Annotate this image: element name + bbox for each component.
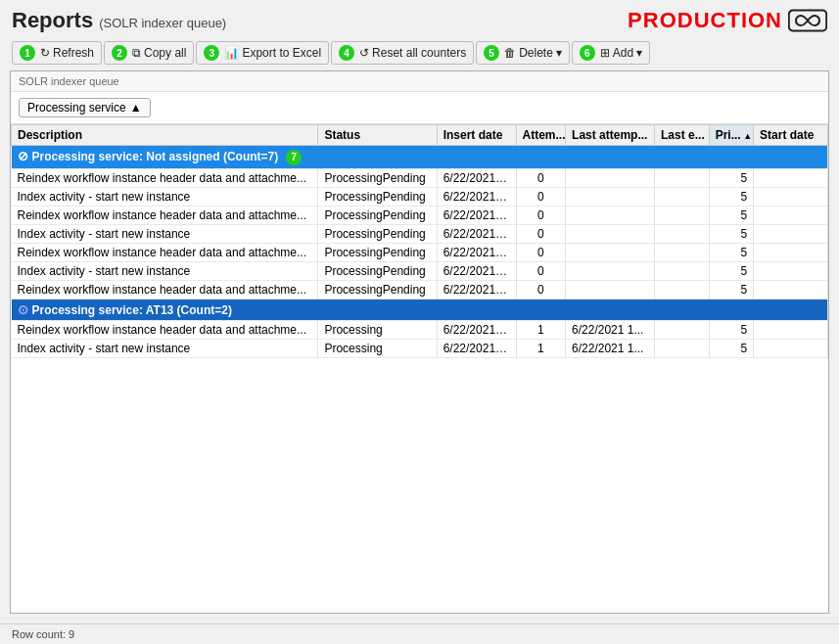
- table-row[interactable]: Reindex workflow instance header data an…: [12, 280, 828, 299]
- toolbar: 1 ↻ Refresh 2 ⧉ Copy all 3 📊 Export to E…: [0, 37, 839, 70]
- group-row[interactable]: ⊘Processing service: Not assigned (Count…: [12, 146, 828, 169]
- table-row[interactable]: Reindex workflow instance header data an…: [12, 168, 828, 187]
- col-header-attempts[interactable]: Attem...: [516, 125, 566, 146]
- cell-attempts: 1: [516, 320, 566, 339]
- main-content: SOLR indexer queue Processing service ▲ …: [10, 70, 829, 614]
- col-header-status[interactable]: Status: [318, 125, 437, 146]
- cell-attempts: 0: [516, 187, 566, 206]
- cell-start-date: [754, 320, 828, 339]
- group-badge: 7: [286, 150, 302, 165]
- cell-status: ProcessingPending: [318, 206, 437, 224]
- cell-last-e: [655, 280, 710, 299]
- cell-last-attempt: 6/22/2021 1...: [566, 339, 655, 357]
- group-label-text: Processing service: Not assigned (Count=…: [32, 150, 279, 163]
- cell-insert-date: 6/22/2021 1...: [437, 339, 516, 357]
- table-row[interactable]: Index activity - start new instance Proc…: [12, 339, 828, 357]
- copy-icon: ⧉: [132, 46, 141, 60]
- col-header-last-e[interactable]: Last e...: [655, 125, 710, 146]
- table-row[interactable]: Index activity - start new instance Proc…: [12, 187, 828, 206]
- cell-attempts: 0: [516, 261, 566, 280]
- cell-start-date: [754, 280, 828, 299]
- cell-status: ProcessingPending: [318, 224, 437, 243]
- reset-label: Reset all counters: [372, 46, 466, 60]
- cell-status: ProcessingPending: [318, 243, 437, 261]
- col-header-last-attempt[interactable]: Last attemp...: [566, 125, 655, 146]
- cell-insert-date: 6/22/2021 1...: [437, 261, 516, 280]
- cell-last-e: [655, 320, 710, 339]
- cell-description: Index activity - start new instance: [12, 261, 318, 280]
- table-header-row: Description Status Insert date Attem... …: [12, 125, 828, 146]
- cell-priority: 5: [709, 280, 753, 299]
- copy-all-button[interactable]: 2 ⧉ Copy all: [104, 41, 194, 65]
- cell-priority: 5: [709, 206, 753, 224]
- cell-attempts: 0: [516, 243, 566, 261]
- cell-insert-date: 6/22/2021 1...: [437, 187, 516, 206]
- group-expand-icon: ⊙: [18, 302, 28, 317]
- cell-attempts: 0: [516, 206, 566, 224]
- cell-status: ProcessingPending: [318, 261, 437, 280]
- export-badge: 3: [204, 45, 219, 61]
- filter-tag-label: Processing service: [27, 101, 126, 115]
- col-header-insert-date[interactable]: Insert date: [437, 125, 516, 146]
- col-header-priority[interactable]: Pri...: [709, 125, 753, 146]
- add-label: Add: [613, 46, 633, 60]
- cell-insert-date: 6/22/2021 1...: [437, 224, 516, 243]
- cell-insert-date: 6/22/2021 1...: [437, 243, 516, 261]
- cell-attempts: 1: [516, 339, 566, 357]
- reset-counters-button[interactable]: 4 ↺ Reset all counters: [331, 41, 474, 65]
- add-dropdown-icon: ▾: [636, 46, 642, 60]
- refresh-button[interactable]: 1 ↻ Refresh: [12, 41, 102, 65]
- header-right: PRODUCTION: [628, 8, 827, 33]
- cell-last-attempt: [566, 261, 655, 280]
- delete-badge: 5: [484, 45, 499, 61]
- cell-priority: 5: [709, 320, 753, 339]
- delete-button[interactable]: 5 🗑 Delete ▾: [476, 41, 570, 65]
- add-button[interactable]: 6 ⊞ Add ▾: [572, 41, 650, 65]
- cell-last-attempt: [566, 280, 655, 299]
- table-row[interactable]: Reindex workflow instance header data an…: [12, 320, 828, 339]
- filter-tag[interactable]: Processing service ▲: [19, 98, 151, 117]
- cell-last-attempt: [566, 206, 655, 224]
- table-wrap: Description Status Insert date Attem... …: [11, 124, 828, 613]
- export-excel-button[interactable]: 3 📊 Export to Excel: [196, 41, 329, 65]
- cell-status: ProcessingPending: [318, 168, 437, 187]
- cell-start-date: [754, 224, 828, 243]
- cell-status: ProcessingPending: [318, 187, 437, 206]
- cell-start-date: [754, 168, 828, 187]
- col-header-description[interactable]: Description: [12, 125, 318, 146]
- cell-start-date: [754, 206, 828, 224]
- cell-last-e: [655, 168, 710, 187]
- cell-last-attempt: [566, 243, 655, 261]
- export-label: Export to Excel: [242, 46, 321, 60]
- delete-icon: 🗑: [504, 46, 516, 60]
- cell-last-e: [655, 187, 710, 206]
- delete-label: Delete: [519, 46, 553, 60]
- cell-start-date: [754, 261, 828, 280]
- add-badge: 6: [580, 45, 595, 61]
- cell-description: Reindex workflow instance header data an…: [12, 168, 318, 187]
- cell-last-attempt: [566, 168, 655, 187]
- group-label: ⊘Processing service: Not assigned (Count…: [12, 146, 828, 169]
- cell-insert-date: 6/22/2021 1...: [437, 320, 516, 339]
- add-icon: ⊞: [600, 46, 610, 60]
- cell-description: Reindex workflow instance header data an…: [12, 206, 318, 224]
- cell-attempts: 0: [516, 224, 566, 243]
- cell-status: ProcessingPending: [318, 280, 437, 299]
- cell-last-e: [655, 224, 710, 243]
- table-row[interactable]: Index activity - start new instance Proc…: [12, 224, 828, 243]
- table-row[interactable]: Reindex workflow instance header data an…: [12, 206, 828, 224]
- table-row[interactable]: Reindex workflow instance header data an…: [12, 243, 828, 261]
- group-label: ⊙Processing service: AT13 (Count=2): [12, 299, 828, 320]
- reset-icon: ↺: [359, 46, 369, 60]
- cell-description: Index activity - start new instance: [12, 187, 318, 206]
- group-row[interactable]: ⊙Processing service: AT13 (Count=2): [12, 299, 828, 320]
- table-row[interactable]: Index activity - start new instance Proc…: [12, 261, 828, 280]
- cell-description: Index activity - start new instance: [12, 224, 318, 243]
- cell-last-e: [655, 243, 710, 261]
- cell-description: Index activity - start new instance: [12, 339, 318, 357]
- cell-status: Processing: [318, 339, 437, 357]
- cell-last-e: [655, 261, 710, 280]
- col-header-start-date[interactable]: Start date: [754, 125, 828, 146]
- cell-insert-date: 6/22/2021 1...: [437, 168, 516, 187]
- copy-badge: 2: [112, 45, 127, 61]
